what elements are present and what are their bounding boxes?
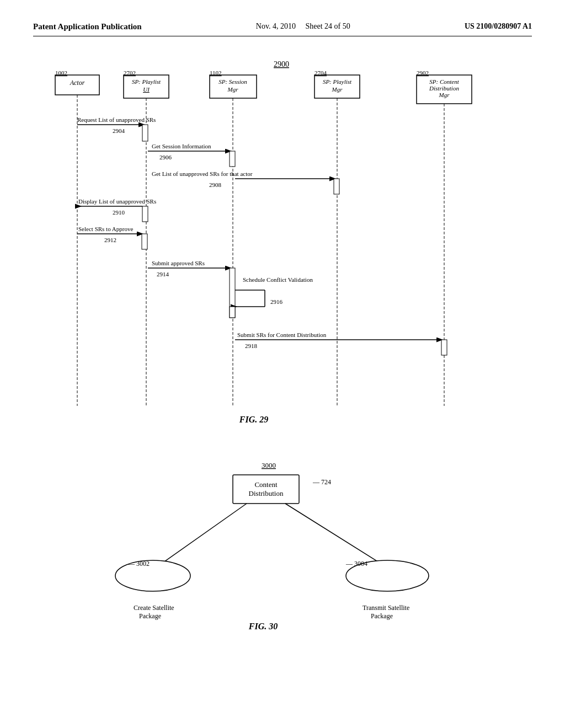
svg-text:2910: 2910 [113, 209, 125, 216]
header-left: Patent Application Publication [33, 22, 142, 31]
svg-text:Actor: Actor [70, 79, 85, 87]
svg-text:— 3002: — 3002 [127, 560, 150, 568]
svg-rect-27 [142, 125, 148, 141]
svg-text:Distribution: Distribution [429, 85, 459, 92]
svg-text:2702: 2702 [124, 69, 136, 76]
svg-text:Request List of unapproved SRs: Request List of unapproved SRs [77, 116, 156, 123]
page: Patent Application Publication Nov. 4, 2… [0, 0, 565, 728]
svg-text:Distribution: Distribution [249, 489, 284, 497]
svg-text:FIG.  30: FIG. 30 [248, 622, 278, 631]
svg-text:Transmit Satellite: Transmit Satellite [363, 604, 409, 612]
fig30-title: 3000 [262, 461, 276, 469]
svg-text:2918: 2918 [245, 342, 258, 349]
svg-rect-39 [142, 206, 148, 222]
svg-text:Mgr: Mgr [439, 92, 450, 98]
svg-text:2904: 2904 [113, 127, 125, 134]
svg-text:2906: 2906 [159, 154, 172, 160]
svg-rect-43 [142, 234, 147, 249]
svg-text:Get Session Information: Get Session Information [152, 143, 211, 149]
header-date: Nov. 4, 2010 [256, 22, 296, 30]
svg-text:2916: 2916 [270, 298, 283, 305]
fig29-title: 2900 [274, 60, 289, 68]
fig29-diagram: 2900 Actor 1002 SP: Playlist UI 2702 SP:… [33, 53, 532, 450]
header-center: Nov. 4, 2010 Sheet 24 of 50 [256, 22, 350, 31]
svg-text:Package: Package [139, 612, 161, 620]
svg-text:Create Satellite: Create Satellite [134, 604, 174, 612]
svg-text:SP: Playlist: SP: Playlist [323, 78, 352, 85]
svg-text:SP: Playlist: SP: Playlist [132, 78, 161, 85]
svg-text:SP: Content: SP: Content [429, 78, 459, 85]
svg-text:Display List of unapproved SRs: Display List of unapproved SRs [78, 198, 156, 205]
svg-text:Schedule Conflict Validation: Schedule Conflict Validation [243, 276, 313, 283]
svg-text:— 724: — 724 [312, 478, 331, 486]
svg-rect-57 [441, 340, 447, 355]
svg-text:1102: 1102 [210, 69, 222, 76]
svg-text:UI: UI [143, 86, 150, 93]
svg-text:— 3004: — 3004 [345, 560, 367, 568]
header: Patent Application Publication Nov. 4, 2… [33, 22, 532, 36]
svg-rect-53 [230, 307, 235, 318]
svg-text:FIG.  29: FIG. 29 [239, 415, 268, 424]
header-sheet: Sheet 24 of 50 [306, 22, 350, 30]
svg-text:SP: Session: SP: Session [218, 78, 247, 85]
svg-text:Mgr: Mgr [332, 86, 343, 93]
svg-text:2908: 2908 [209, 181, 222, 188]
svg-text:2912: 2912 [104, 237, 116, 243]
fig30-diagram: 3000 — 724 Content Distribution Create S… [33, 456, 532, 632]
svg-text:Select SRs to Approve: Select SRs to Approve [78, 226, 133, 232]
svg-rect-31 [230, 151, 235, 167]
svg-text:2704: 2704 [315, 69, 327, 76]
svg-text:Mgr: Mgr [227, 86, 239, 93]
svg-text:Content: Content [254, 480, 278, 489]
svg-text:Submit approved SRs: Submit approved SRs [152, 260, 205, 266]
svg-text:Package: Package [371, 612, 393, 620]
svg-point-66 [115, 560, 190, 591]
svg-text:2914: 2914 [157, 271, 169, 277]
svg-line-64 [158, 504, 247, 566]
svg-text:2902: 2902 [417, 69, 429, 76]
header-right: US 2100/0280907 A1 [465, 22, 532, 31]
svg-rect-35 [334, 179, 339, 194]
svg-line-65 [285, 504, 385, 566]
svg-text:Get List of unapproved SRs for: Get List of unapproved SRs for that acto… [152, 170, 253, 177]
svg-text:1002: 1002 [55, 69, 67, 76]
svg-text:Submit SRs for Content Distrib: Submit SRs for Content Distribution [237, 331, 327, 338]
